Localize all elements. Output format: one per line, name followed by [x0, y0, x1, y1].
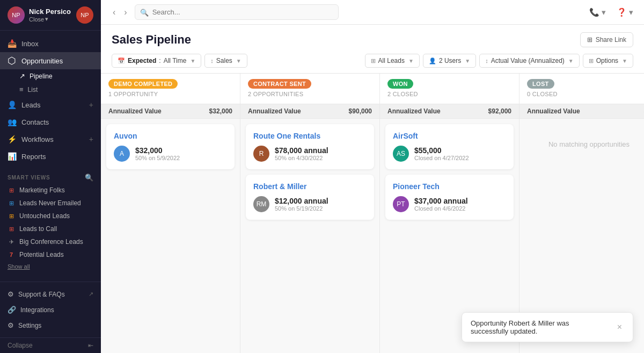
card-company: Auvon [114, 132, 227, 140]
sidebar-item-leads[interactable]: 👤 Leads + [0, 96, 101, 113]
chevron-down-icon: ▼ [622, 58, 627, 64]
smart-view-leads-never-emailed[interactable]: ⊞ Leads Never Emailed [0, 197, 101, 210]
col-header: Demo Completed 1 Opportunity [101, 74, 240, 104]
username: Nick Persico [29, 8, 71, 16]
sidebar-item-contacts[interactable]: 👥 Contacts [0, 113, 101, 131]
close-button[interactable]: Close ▾ [29, 16, 71, 23]
users-filter[interactable]: 👤 2 Users ▼ [423, 54, 476, 68]
workflows-add-icon[interactable]: + [89, 135, 93, 143]
sidebar-item-pipeline[interactable]: ↗ Pipeline [0, 69, 101, 83]
avatar: NP [8, 6, 25, 24]
col-annualized: Annualized Value $32,000 [101, 104, 240, 119]
card-avatar: PT [393, 196, 409, 212]
external-link-icon: ↗ [89, 291, 93, 298]
sidebar-item-workflows[interactable]: ⚡ Workflows + [0, 131, 101, 148]
chevron-down-icon: ▼ [465, 58, 470, 64]
sidebar-item-list[interactable]: ≡ List [0, 83, 101, 96]
col-count: 0 Closed [527, 91, 644, 97]
smart-view-label: Leads to Call [19, 225, 57, 233]
support-item[interactable]: ⚙ Support & FAQs ↗ [0, 286, 101, 302]
forward-button[interactable]: › [121, 5, 130, 19]
annualized-label: Annualized Value [248, 107, 301, 115]
potential-icon: 7 [8, 251, 15, 258]
leads-add-icon[interactable]: + [89, 100, 93, 109]
opportunity-card[interactable]: Route One Rentals R $78,000 annual 50% o… [246, 124, 374, 169]
help-button[interactable]: ❓ ▾ [614, 5, 635, 19]
pipeline-col-contract-sent: Contract Sent 2 Opportunities Annualized… [240, 74, 380, 353]
card-value: $37,000 annual [414, 197, 468, 205]
smart-view-big-conference[interactable]: ✈ Big Conference Leads [0, 235, 101, 248]
smart-view-marketing-folks[interactable]: ⊞ Marketing Folks [0, 184, 101, 197]
toast-message: Opportunity Robert & Miller was successf… [471, 319, 609, 335]
grid-icon: ⊞ [371, 57, 376, 64]
options-filter[interactable]: ⊞ Options ▼ [583, 54, 633, 68]
opportunity-card[interactable]: Auvon A $32,000 50% on 5/9/2022 [106, 124, 235, 169]
card-company: Route One Rentals [253, 132, 367, 140]
nav-controls: ‹ › [109, 5, 130, 19]
stage-badge: Contract Sent [248, 79, 311, 89]
pipeline-col-demo-completed: Demo Completed 1 Opportunity Annualized … [101, 74, 240, 353]
smart-view-leads-to-call[interactable]: ⊞ Leads to Call [0, 222, 101, 235]
sidebar-item-label: Opportunities [21, 57, 93, 65]
page-header: Sales Pipeline ⊞ Share Link 📅 Expected: … [101, 25, 644, 74]
all-leads-filter[interactable]: ⊞ All Leads ▼ [365, 54, 420, 68]
options-icon: ⊞ [589, 57, 594, 64]
col-count: 1 Opportunity [108, 91, 232, 97]
calendar-icon: 📅 [118, 57, 125, 64]
main-content: ‹ › 🔍 📞 ▾ ❓ ▾ Sales Pipeline ⊞ Share Lin… [101, 0, 644, 353]
card-avatar: AS [393, 146, 409, 162]
chevron-down-icon: ▼ [408, 58, 414, 64]
smart-view-label: Big Conference Leads [19, 238, 83, 246]
sales-filter[interactable]: ↕ Sales ▼ [204, 54, 247, 68]
sidebar-item-inbox[interactable]: 📥 Inbox [0, 35, 101, 52]
card-value: $78,000 annual [275, 146, 328, 155]
card-meta: 50% on 5/19/2022 [275, 205, 328, 212]
filters-right: ⊞ All Leads ▼ 👤 2 Users ▼ ↕ Actual Value… [365, 54, 633, 68]
annualized-label: Annualized Value [108, 107, 162, 115]
smart-view-potential-leads[interactable]: 7 Potential Leads [0, 248, 101, 261]
sidebar-item-opportunities[interactable]: ⬡ Opportunities [0, 52, 101, 69]
settings-item[interactable]: ⚙ Settings [0, 318, 101, 333]
search-input[interactable] [135, 4, 339, 20]
main-nav: 📥 Inbox ⬡ Opportunities ↗ Pipeline ≡ Lis… [0, 31, 101, 169]
actual-value-filter[interactable]: ↕ Actual Value (Annualized) ▼ [479, 54, 580, 68]
sidebar-item-reports[interactable]: 📊 Reports [0, 148, 101, 165]
card-company: Robert & Miller [253, 182, 367, 191]
workflows-icon: ⚡ [8, 135, 16, 143]
smart-view-label: Leads Never Emailed [19, 199, 81, 207]
pipeline-board: Demo Completed 1 Opportunity Annualized … [101, 74, 644, 353]
footer-item-label: Integrations [20, 306, 54, 314]
opportunity-card[interactable]: AirSoft AS $55,000 Closed on 4/27/2022 [385, 124, 514, 169]
card-value: $32,000 [135, 146, 180, 155]
opportunity-card[interactable]: Robert & Miller RM $12,000 annual 50% on… [246, 175, 374, 220]
share-link-button[interactable]: ⊞ Share Link [580, 32, 633, 47]
sort-icon: ↕ [210, 57, 214, 64]
back-button[interactable]: ‹ [109, 5, 119, 19]
col-annualized: Annualized Value $90,000 [240, 104, 379, 119]
contacts-icon: 👥 [8, 118, 16, 126]
col-annualized: Annualized Value $0 [519, 104, 644, 119]
card-meta: 50% on 4/30/2022 [275, 155, 328, 161]
sidebar-item-label: List [28, 86, 38, 93]
card-avatar: RM [253, 196, 269, 212]
opportunities-icon: ⬡ [8, 56, 16, 65]
phone-button[interactable]: 📞 ▾ [587, 5, 608, 19]
leads-call-icon: ⊞ [8, 225, 15, 233]
opportunity-card[interactable]: Pioneer Tech PT $37,000 annual Closed on… [385, 175, 514, 220]
sidebar-item-label: Workflows [21, 135, 84, 143]
title-row: Sales Pipeline ⊞ Share Link [112, 32, 633, 47]
smart-view-untouched-leads[interactable]: ⊞ Untouched Leads [0, 210, 101, 222]
annualized-label: Annualized Value [527, 107, 580, 115]
col-cards: Route One Rentals R $78,000 annual 50% o… [240, 119, 379, 353]
integrations-item[interactable]: 🔗 Integrations [0, 302, 101, 318]
expected-filter[interactable]: 📅 Expected: All Time ▼ [112, 54, 201, 68]
annualized-label: Annualized Value [387, 107, 441, 115]
chevron-down-icon: ▼ [568, 58, 574, 64]
sidebar-header: NP Nick Persico Close ▾ NP [0, 0, 101, 31]
collapse-button[interactable]: Collapse ⇤ [0, 337, 101, 353]
user-avatar: NP [76, 6, 93, 24]
show-all-link[interactable]: Show all [0, 261, 101, 272]
toast-close-button[interactable]: × [615, 322, 624, 332]
smart-views-search-icon[interactable]: 🔍 [85, 174, 93, 182]
reports-icon: 📊 [8, 152, 16, 161]
